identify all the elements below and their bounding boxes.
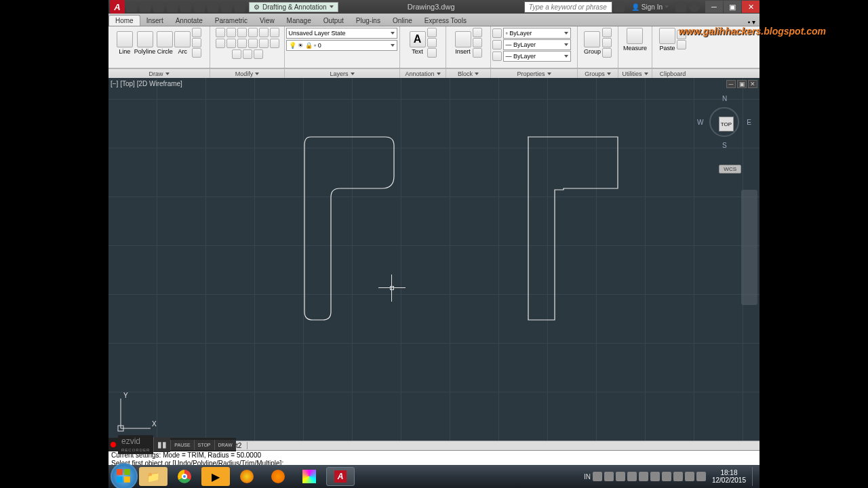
help-icon[interactable] bbox=[689, 1, 700, 12]
tray-10-icon[interactable] bbox=[696, 472, 706, 481]
tray-4-icon[interactable] bbox=[627, 472, 637, 481]
minimize-button[interactable]: ─ bbox=[705, 1, 723, 13]
search-input[interactable] bbox=[524, 1, 612, 13]
color-icon[interactable] bbox=[492, 28, 502, 38]
circle-button[interactable]: Circle bbox=[157, 31, 173, 55]
insert-button[interactable]: Insert bbox=[455, 31, 471, 55]
mod4-icon[interactable] bbox=[248, 28, 258, 37]
signin-button[interactable]: 👤 Sign In bbox=[631, 3, 669, 11]
table-icon[interactable] bbox=[427, 48, 437, 58]
qat-redo-icon[interactable] bbox=[208, 1, 218, 12]
text-button[interactable]: AText bbox=[410, 31, 426, 55]
taskbar-clock[interactable]: 18:1812/02/2015 bbox=[708, 469, 750, 484]
ezvid-pause-button[interactable]: PAUSE bbox=[170, 440, 193, 450]
tray-3-icon[interactable] bbox=[616, 472, 625, 481]
tab-output[interactable]: Output bbox=[317, 16, 350, 26]
tray-6-icon[interactable] bbox=[650, 472, 660, 481]
qat-print-icon[interactable] bbox=[180, 1, 191, 12]
tray-1-icon[interactable] bbox=[593, 472, 602, 481]
draw-opt3-icon[interactable] bbox=[192, 48, 201, 58]
workspace-selector[interactable]: ⚙Drafting & Annotation bbox=[249, 2, 338, 12]
exchange-icon[interactable] bbox=[675, 1, 686, 12]
ptitle-draw[interactable]: Draw bbox=[108, 69, 210, 78]
color-select[interactable]: ▫ ByLayer bbox=[503, 28, 571, 39]
tray-9-icon[interactable] bbox=[685, 472, 694, 481]
ptitle-layers[interactable]: Layers bbox=[285, 69, 400, 78]
fillet-icon[interactable] bbox=[226, 39, 236, 48]
draw-opt1-icon[interactable] bbox=[192, 28, 201, 37]
tb-vlc-icon[interactable]: ▶ bbox=[201, 467, 230, 486]
lw-select[interactable]: — ByLayer bbox=[503, 39, 571, 50]
start-button[interactable] bbox=[111, 463, 138, 488]
ezvid-draw-button[interactable]: DRAW bbox=[214, 440, 236, 450]
search-icon[interactable] bbox=[614, 1, 625, 12]
ptitle-groups[interactable]: Groups bbox=[578, 69, 618, 78]
draw-opt2-icon[interactable] bbox=[192, 38, 201, 47]
tray-2-icon[interactable] bbox=[604, 472, 614, 481]
mod13-icon[interactable] bbox=[254, 49, 263, 59]
groupsel-icon[interactable] bbox=[602, 48, 612, 58]
tab-home[interactable]: Home bbox=[108, 15, 140, 26]
tb-app2-icon[interactable] bbox=[295, 467, 323, 486]
ungroup-icon[interactable] bbox=[602, 28, 612, 37]
vp-close-button[interactable]: ✕ bbox=[748, 80, 757, 88]
tab-annotate[interactable]: Annotate bbox=[170, 16, 209, 26]
mirror-icon[interactable] bbox=[216, 39, 225, 48]
layerstate-select[interactable]: Unsaved Layer State bbox=[286, 28, 397, 39]
viewcube[interactable]: TOP N S E W bbox=[697, 95, 751, 149]
copycb-icon[interactable] bbox=[677, 40, 686, 49]
edit-icon[interactable] bbox=[473, 38, 482, 47]
qat-more2-icon[interactable] bbox=[235, 1, 245, 12]
create-icon[interactable] bbox=[473, 28, 482, 37]
ptitle-props[interactable]: Properties bbox=[491, 69, 578, 78]
qat-save-icon[interactable] bbox=[153, 1, 164, 12]
tb-chrome-icon[interactable] bbox=[170, 467, 199, 486]
qat-saveas-icon[interactable] bbox=[167, 1, 178, 12]
mod12-icon[interactable] bbox=[243, 49, 252, 59]
arc-button[interactable]: Arc bbox=[174, 31, 191, 55]
ptitle-modify[interactable]: Modify bbox=[210, 69, 285, 78]
ezvid-play-icon[interactable]: ▮▮ bbox=[153, 437, 170, 452]
tab-parametric[interactable]: Parametric bbox=[209, 16, 254, 26]
mod8-icon[interactable] bbox=[237, 39, 247, 48]
ptitle-util[interactable]: Utilities bbox=[618, 69, 652, 78]
line-button[interactable]: Line bbox=[117, 31, 133, 55]
polyline-button[interactable]: Polyline bbox=[134, 31, 156, 55]
tab-online[interactable]: Online bbox=[387, 16, 418, 26]
ptitle-clip[interactable]: Clipboard bbox=[652, 69, 693, 78]
scale-icon[interactable] bbox=[270, 39, 279, 48]
canvas[interactable]: [−] [Top] [2D Wireframe] ─ ▣ ✕ Y X TOP N… bbox=[108, 78, 760, 441]
copy-icon[interactable] bbox=[270, 28, 279, 37]
tb-explorer-icon[interactable]: 📁 bbox=[139, 467, 167, 486]
vp-max-button[interactable]: ▣ bbox=[737, 80, 747, 88]
qat-open-icon[interactable] bbox=[140, 1, 151, 12]
tb-autocad-icon[interactable]: A bbox=[326, 467, 355, 486]
group-button[interactable]: Group bbox=[584, 31, 601, 55]
ezvid-stop-button[interactable]: STOP bbox=[194, 440, 214, 450]
trim-icon[interactable] bbox=[237, 28, 247, 37]
qat-more-icon[interactable] bbox=[221, 1, 232, 12]
tray-5-icon[interactable] bbox=[639, 472, 648, 481]
leader-icon[interactable] bbox=[427, 38, 437, 47]
lt-icon[interactable] bbox=[492, 52, 502, 61]
move-icon[interactable] bbox=[216, 28, 225, 37]
stretch-icon[interactable] bbox=[259, 39, 269, 48]
tab-plugins[interactable]: Plug-ins bbox=[350, 16, 387, 26]
show-desktop-button[interactable] bbox=[752, 467, 757, 486]
tab-focus-icon[interactable]: ▪ ▾ bbox=[744, 18, 760, 26]
ptitle-block[interactable]: Block bbox=[446, 69, 491, 78]
tb-app1-icon[interactable] bbox=[233, 467, 261, 486]
tray-lang[interactable]: IN bbox=[584, 473, 591, 481]
nav-bar[interactable] bbox=[741, 190, 757, 305]
mod9-icon[interactable] bbox=[248, 39, 258, 48]
tray-7-icon[interactable] bbox=[662, 472, 671, 481]
dim-icon[interactable] bbox=[427, 28, 437, 37]
lt-select[interactable]: — ByLayer bbox=[503, 51, 571, 62]
array-icon[interactable] bbox=[232, 49, 241, 59]
tb-firefox-icon[interactable] bbox=[264, 467, 292, 486]
lw-icon[interactable] bbox=[492, 40, 502, 49]
viewport-label[interactable]: [−] [Top] [2D Wireframe] bbox=[111, 80, 182, 87]
ptitle-anno[interactable]: Annotation bbox=[400, 69, 446, 78]
tab-insert[interactable]: Insert bbox=[140, 16, 170, 26]
tab-view[interactable]: View bbox=[254, 16, 281, 26]
